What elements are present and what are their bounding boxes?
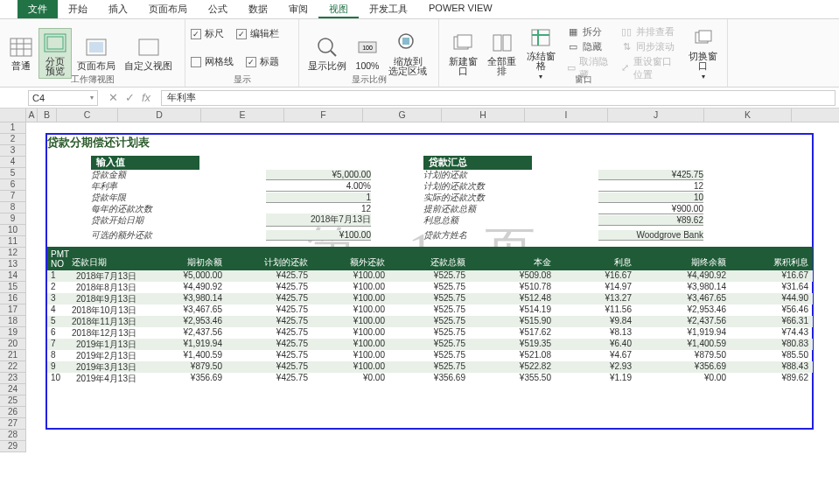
cell[interactable]: ¥525.75 [388, 282, 469, 293]
cell[interactable]: ¥31.64 [730, 282, 812, 293]
cell[interactable]: ¥355.50 [469, 373, 555, 384]
cell[interactable]: ¥56.46 [730, 304, 812, 316]
tab-1[interactable]: 插入 [98, 0, 138, 18]
tab-2[interactable]: 页面布局 [138, 0, 198, 18]
cell[interactable]: 3 [47, 293, 68, 304]
sync-scroll-button[interactable]: ⇅同步滚动 [619, 39, 679, 54]
cell[interactable]: ¥2,437.56 [635, 316, 730, 327]
cell[interactable]: ¥80.83 [730, 339, 812, 350]
cell[interactable]: ¥100.00 [311, 350, 388, 361]
cell[interactable]: ¥425.75 [226, 350, 311, 361]
zoom-button[interactable]: 显示比例 [304, 33, 350, 73]
cell[interactable]: ¥425.75 [226, 282, 311, 293]
cell[interactable]: ¥2,437.56 [140, 327, 226, 339]
cell[interactable]: ¥100.00 [311, 361, 388, 373]
tab-8[interactable]: POWER VIEW [418, 0, 503, 18]
view-normal-button[interactable]: 普通 [5, 33, 37, 73]
zoom-selection-button[interactable]: 缩放到 选定区域 [385, 29, 430, 78]
cell[interactable]: ¥521.08 [469, 350, 555, 361]
cell[interactable]: ¥522.82 [469, 361, 555, 373]
view-custom-button[interactable]: 自定义视图 [121, 33, 176, 73]
input-value[interactable]: 2018年7月13日 [266, 214, 371, 227]
cell[interactable]: ¥100.00 [311, 316, 388, 327]
cell[interactable]: ¥879.50 [140, 361, 226, 373]
input-value[interactable]: 12 [266, 204, 371, 214]
cell[interactable]: ¥3,467.65 [635, 293, 730, 304]
enter-icon[interactable]: ✓ [125, 91, 135, 104]
cell[interactable]: 2018年10月13日 [68, 304, 140, 316]
cell[interactable]: ¥525.75 [388, 339, 469, 350]
cell[interactable]: ¥100.00 [311, 293, 388, 304]
optional-payment-value[interactable]: ¥100.00 [266, 230, 371, 241]
tab-7[interactable]: 开发工具 [359, 0, 418, 18]
cell[interactable]: ¥3,467.65 [140, 304, 226, 316]
cell[interactable]: ¥1,400.59 [140, 350, 226, 361]
cell[interactable]: ¥5,000.00 [140, 270, 226, 282]
cell[interactable]: ¥512.48 [469, 293, 555, 304]
tab-5[interactable]: 审阅 [278, 0, 318, 18]
input-value[interactable]: ¥5,000.00 [266, 170, 371, 180]
cell[interactable]: 2019年3月13日 [68, 361, 140, 373]
cell[interactable]: ¥2,953.46 [635, 304, 730, 316]
formula-input[interactable]: 年利率 [161, 90, 836, 106]
zoom-100-button[interactable]: 100100% [352, 33, 383, 73]
check-gridlines[interactable]: 网格线 [191, 54, 234, 69]
cell[interactable]: ¥425.75 [226, 316, 311, 327]
tab-6[interactable]: 视图 [318, 0, 359, 18]
cell[interactable]: ¥425.75 [226, 270, 311, 282]
split-button[interactable]: ▦拆分 [565, 24, 611, 39]
column-headers[interactable]: ABCDEFGHIJK [26, 108, 839, 122]
cell[interactable]: ¥356.69 [635, 361, 730, 373]
cell[interactable]: ¥425.75 [226, 339, 311, 350]
cell[interactable]: ¥519.35 [469, 339, 555, 350]
cell[interactable]: 2019年1月13日 [68, 339, 140, 350]
tab-4[interactable]: 数据 [238, 0, 278, 18]
cell[interactable]: ¥0.00 [311, 373, 388, 384]
cell[interactable]: ¥4,490.92 [140, 282, 226, 293]
cell[interactable]: ¥100.00 [311, 339, 388, 350]
cell[interactable]: 6 [47, 327, 68, 339]
cell[interactable]: ¥11.56 [555, 304, 635, 316]
cell[interactable]: 2019年4月13日 [68, 373, 140, 384]
tab-0[interactable]: 开始 [58, 0, 98, 18]
tab-3[interactable]: 公式 [198, 0, 238, 18]
side-by-side-button[interactable]: ▯▯并排查看 [619, 24, 679, 39]
cell[interactable]: ¥4,490.92 [635, 270, 730, 282]
cancel-icon[interactable]: ✕ [108, 91, 118, 104]
view-layout-button[interactable]: 页面布局 [73, 33, 119, 73]
tab-file[interactable]: 文件 [17, 0, 58, 18]
cell[interactable]: ¥66.31 [730, 316, 812, 327]
cell[interactable]: ¥1,919.94 [140, 339, 226, 350]
cell[interactable]: 2018年12月13日 [68, 327, 140, 339]
worksheet[interactable]: ABCDEFGHIJK 1234567891011121314151617181… [0, 108, 839, 504]
cell[interactable]: ¥2.93 [555, 361, 635, 373]
cell[interactable]: ¥100.00 [311, 270, 388, 282]
cell[interactable]: ¥88.43 [730, 361, 812, 373]
cell[interactable]: ¥14.97 [555, 282, 635, 293]
row-headers[interactable]: 1234567891011121314151617181920212223242… [0, 122, 26, 452]
cell[interactable]: ¥525.75 [388, 270, 469, 282]
cell[interactable]: ¥6.40 [555, 339, 635, 350]
cell[interactable]: ¥44.90 [730, 293, 812, 304]
cell[interactable]: ¥509.08 [469, 270, 555, 282]
cell[interactable]: ¥525.75 [388, 304, 469, 316]
cell[interactable]: ¥515.90 [469, 316, 555, 327]
cell[interactable]: ¥3,980.14 [140, 293, 226, 304]
cell[interactable]: ¥517.62 [469, 327, 555, 339]
cell[interactable]: ¥100.00 [311, 327, 388, 339]
input-value[interactable]: 1 [266, 192, 371, 203]
check-ruler[interactable]: ✓标尺 [191, 26, 224, 41]
cell[interactable]: 1 [47, 270, 68, 282]
new-window-button[interactable]: 新建窗口 [444, 29, 482, 78]
cell[interactable]: 2018年7月13日 [68, 270, 140, 282]
cell[interactable]: ¥514.19 [469, 304, 555, 316]
cell[interactable]: 5 [47, 316, 68, 327]
cell[interactable]: ¥1.19 [555, 373, 635, 384]
cell[interactable]: 2018年8月13日 [68, 282, 140, 293]
hide-button[interactable]: ▭隐藏 [565, 39, 611, 54]
cell[interactable]: ¥425.75 [226, 293, 311, 304]
lender-value[interactable]: Woodgrove Bank [598, 230, 703, 241]
cell[interactable]: ¥356.69 [388, 373, 469, 384]
cell[interactable]: 8 [47, 350, 68, 361]
cell[interactable]: ¥1,919.94 [635, 327, 730, 339]
